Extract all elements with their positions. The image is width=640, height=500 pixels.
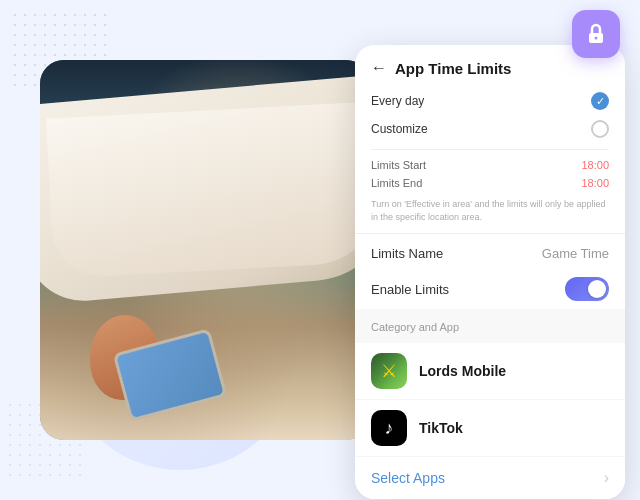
- photo-overlay: [40, 60, 370, 440]
- lock-icon-bg: [572, 10, 620, 58]
- tiktok-name: TikTok: [419, 420, 609, 436]
- panel-lower: Limits Name Game Time Enable Limits Cate…: [355, 234, 625, 499]
- customize-radio[interactable]: [591, 120, 609, 138]
- limits-start-label: Limits Start: [371, 159, 426, 171]
- panel-title: App Time Limits: [395, 60, 511, 77]
- lock-icon: [584, 22, 608, 46]
- photo-area: [40, 60, 370, 440]
- every-day-label: Every day: [371, 94, 424, 108]
- svg-point-1: [595, 37, 598, 40]
- customize-label: Customize: [371, 122, 428, 136]
- enable-limits-label: Enable Limits: [371, 282, 449, 297]
- blanket-fold: [46, 101, 370, 278]
- select-apps-row[interactable]: Select Apps ›: [355, 457, 625, 499]
- lords-mobile-icon: [371, 353, 407, 389]
- app-item-lords-mobile[interactable]: Lords Mobile: [355, 343, 625, 400]
- limits-end-label: Limits End: [371, 177, 422, 189]
- notice-text: Turn on 'Effective in area' and the limi…: [371, 198, 609, 223]
- limits-name-label: Limits Name: [371, 246, 443, 261]
- category-label: Category and App: [371, 321, 459, 333]
- every-day-row: Every day: [371, 87, 609, 115]
- divider-1: [371, 149, 609, 150]
- limits-name-row: Limits Name Game Time: [355, 234, 625, 269]
- customize-row: Customize: [371, 115, 609, 143]
- app-item-tiktok[interactable]: TikTok: [355, 400, 625, 457]
- panel-header-row: ← App Time Limits: [371, 59, 609, 77]
- category-section: Category and App: [355, 309, 625, 343]
- tiktok-app-icon: [371, 410, 407, 446]
- toggle-knob: [588, 280, 606, 298]
- lords-mobile-name: Lords Mobile: [419, 363, 609, 379]
- limits-start-row: Limits Start 18:00: [371, 156, 609, 174]
- enable-limits-row: Enable Limits: [355, 269, 625, 309]
- lock-icon-container: [572, 10, 620, 58]
- select-apps-label: Select Apps: [371, 470, 445, 486]
- back-button[interactable]: ←: [371, 59, 387, 77]
- every-day-check[interactable]: [591, 92, 609, 110]
- chevron-right-icon: ›: [604, 469, 609, 487]
- tiktok-icon: [371, 410, 407, 446]
- enable-limits-toggle[interactable]: [565, 277, 609, 301]
- limits-end-row: Limits End 18:00: [371, 174, 609, 192]
- limits-name-value: Game Time: [542, 246, 609, 261]
- limits-start-value: 18:00: [581, 159, 609, 171]
- panel-header: ← App Time Limits Every day Customize Li…: [355, 45, 625, 234]
- app-time-limits-panel: ← App Time Limits Every day Customize Li…: [355, 45, 625, 499]
- limits-end-value: 18:00: [581, 177, 609, 189]
- lords-mobile-app-icon: [371, 353, 407, 389]
